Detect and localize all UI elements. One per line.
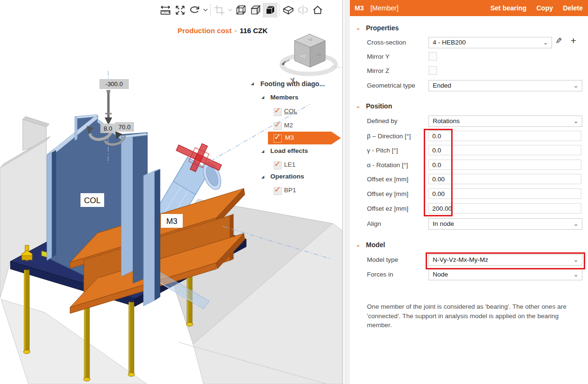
toolbar-divider (279, 4, 279, 16)
section-dropdown-chevron-icon[interactable] (227, 3, 233, 18)
offset-ex-label: Offset ex [mm] (367, 174, 409, 185)
copy-button[interactable]: Copy (536, 4, 553, 12)
alpha-rotation-label: α - Rotation [°] (367, 160, 408, 170)
app-window: { "toolbar": { "icons": [ {"name":"measu… (0, 0, 588, 384)
svg-text:M3: M3 (166, 217, 178, 226)
col-member-label: COL (80, 193, 104, 207)
set-bearing-button[interactable]: Set bearing (490, 4, 526, 12)
offset-ez-input[interactable] (428, 203, 581, 214)
geometrical-type-label: Geometrical type (367, 80, 415, 91)
measure-icon[interactable] (158, 3, 173, 18)
offset-ey-input[interactable] (428, 188, 581, 199)
checkbox-m3[interactable]: ✓ (274, 134, 282, 143)
chevron-down-icon: ⌄ (543, 37, 548, 48)
edit-cross-section-icon[interactable]: ✎ (555, 36, 562, 46)
svg-text:+X: +X (316, 53, 321, 57)
chevron-down-icon: ⌄ (573, 269, 579, 280)
solid-view-icon[interactable] (263, 3, 277, 18)
svg-text:70.0: 70.0 (118, 124, 130, 131)
offset-ez-label: Offset ez [mm] (367, 203, 409, 214)
collapse-chevron-icon[interactable]: ⌄ (356, 24, 362, 31)
production-cost-label: Production cost (178, 27, 232, 35)
svg-text:COL: COL (84, 196, 101, 205)
defined-by-select[interactable]: Rotations⌄ (428, 116, 582, 127)
bearing-member-note: One member of the joint is considered as… (367, 302, 579, 330)
load-force-arrow (105, 90, 112, 125)
mirror-z-checkbox[interactable] (428, 66, 437, 75)
svg-text:8.0: 8.0 (104, 125, 112, 132)
chevron-down-icon: ⌄ (573, 116, 579, 126)
mirror-z-label: Mirror Z (367, 65, 389, 76)
collapse-chevron-icon[interactable]: ⌄ (356, 241, 362, 248)
rotate-dropdown-chevron-icon[interactable] (202, 3, 209, 18)
offset-ex-input[interactable] (428, 174, 581, 184)
viewport-3d[interactable]: -300.0 8.0 70.0 COL M3 +Y +X +Z Y (0, 0, 342, 384)
align-select[interactable]: In node⌄ (428, 218, 582, 230)
defined-by-label: Defined by (367, 116, 398, 126)
panel-header: M3 [Member] Set bearing Copy Delete (350, 0, 588, 16)
toolbar-divider (210, 4, 211, 16)
home-view-icon[interactable] (310, 3, 325, 18)
moment-value-label: 70.0 (115, 122, 134, 132)
svg-text:+Z: +Z (308, 37, 312, 42)
section-model[interactable]: Model (366, 241, 385, 249)
offset-ey-label: Offset ey [mm] (367, 188, 409, 199)
mirror-y-checkbox[interactable] (428, 52, 437, 61)
wireframe-view-icon[interactable] (233, 3, 248, 18)
model-type-select[interactable]: N-Vy-Vz-Mx-My-Mz⌄ (428, 254, 582, 266)
panel-title: M3 (355, 4, 364, 12)
gamma-pitch-label: γ - Pitch [°] (367, 145, 398, 156)
forces-in-select[interactable]: Node⌄ (428, 269, 582, 280)
tree-item-m3-selected[interactable]: ✓ M3 (268, 132, 341, 144)
moment-value-label: 8.0 (100, 124, 116, 133)
panel-subtitle: [Member] (370, 4, 398, 12)
fit-view-icon[interactable] (173, 3, 187, 18)
align-label: Align (367, 218, 381, 229)
section-position[interactable]: Position (366, 102, 392, 110)
m3-member-label: M3 (161, 214, 183, 228)
forces-in-label: Forces in (367, 269, 393, 280)
svg-text:+Y: +Y (300, 54, 305, 59)
view-toolbar (158, 2, 325, 18)
chevron-down-icon: ⌄ (573, 80, 579, 91)
cross-section-label: Cross-section (367, 37, 406, 48)
rotate-view-icon[interactable] (187, 3, 202, 18)
section-cut-icon[interactable] (212, 3, 227, 18)
delete-button[interactable]: Delete (563, 4, 583, 12)
hidden-line-view-icon[interactable] (248, 3, 263, 18)
add-cross-section-icon[interactable]: + (570, 35, 576, 46)
navigation-cube[interactable]: +Y +X +Z Y (281, 34, 342, 85)
svg-text:-300.0: -300.0 (106, 80, 123, 88)
gamma-pitch-input[interactable] (428, 145, 581, 155)
collapse-chevron-icon[interactable]: ⌄ (356, 102, 362, 109)
solid-edges-view-icon[interactable] (281, 3, 295, 18)
member-property-panel: M3 [Member] Set bearing Copy Delete ⌄ Pr… (350, 0, 588, 384)
beta-direction-input[interactable] (428, 131, 581, 141)
production-cost-value: 116 CZK (240, 27, 267, 35)
alpha-rotation-input[interactable] (428, 160, 581, 170)
viewport-panel-divider (342, 0, 343, 384)
cross-section-select[interactable]: 4 - HEB200⌄ (428, 37, 552, 48)
mirror-view-icon[interactable] (295, 3, 310, 18)
beta-direction-label: β – Direction [°] (367, 131, 411, 142)
section-properties[interactable]: Properties (366, 24, 399, 32)
scene-canvas[interactable]: -300.0 8.0 70.0 COL M3 +Y +X +Z Y (0, 0, 342, 384)
geometrical-type-select[interactable]: Ended⌄ (428, 80, 582, 91)
svg-text:Y: Y (290, 76, 296, 85)
production-cost: Production cost-116 CZK (178, 27, 267, 35)
force-value-label: -300.0 (99, 79, 129, 89)
mirror-y-label: Mirror Y (367, 51, 390, 62)
chevron-down-icon: ⌄ (573, 255, 579, 265)
chevron-down-icon: ⌄ (573, 219, 579, 229)
model-type-label: Model type (367, 254, 398, 265)
